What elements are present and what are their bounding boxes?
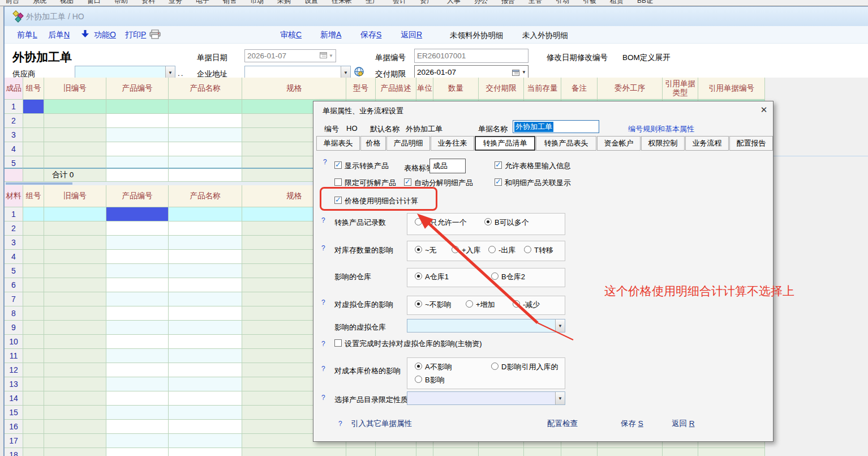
catalog-restrict-combobox[interactable]: ▼ (407, 391, 565, 405)
grid-cell[interactable] (44, 264, 106, 278)
tab-业务流程[interactable]: 业务流程 (685, 136, 729, 151)
grid-cell[interactable] (106, 156, 169, 168)
grid-cell[interactable] (23, 406, 44, 420)
radio-button[interactable] (488, 246, 496, 253)
tab-权限控制[interactable]: 权限控制 (641, 136, 685, 151)
grid-cell[interactable] (169, 363, 242, 377)
checkbox-和明细产品关联显示[interactable]: 和明细产品关联显示 (495, 178, 571, 188)
grid-cell[interactable] (44, 278, 106, 292)
grid-cell[interactable] (169, 349, 242, 363)
grid-cell[interactable] (106, 321, 169, 335)
help-icon[interactable]: ? (323, 158, 327, 166)
grid-cell[interactable] (106, 221, 169, 236)
grid-cell[interactable] (169, 420, 242, 434)
grid-cell[interactable] (169, 236, 242, 250)
row-number[interactable]: 3 (5, 128, 23, 142)
save-button[interactable]: 保存 S (621, 419, 643, 429)
grid-cell[interactable] (169, 448, 242, 456)
grid-cell[interactable] (346, 448, 376, 456)
row-number[interactable]: 4 (5, 250, 23, 264)
row-number[interactable]: 6 (5, 278, 23, 292)
grid-cell[interactable] (169, 391, 242, 406)
doc-name-input[interactable]: 外协加工单 (513, 120, 599, 133)
row-number[interactable]: 11 (5, 349, 23, 363)
radio-A不影响[interactable]: A不影响 (415, 362, 452, 372)
help-icon[interactable]: ? (321, 365, 325, 373)
radio--出库[interactable]: -出库 (488, 245, 515, 255)
grid-cell[interactable] (169, 156, 242, 168)
row-number[interactable]: 15 (5, 406, 23, 420)
grid-cell[interactable] (106, 335, 169, 349)
grid-cell[interactable] (44, 363, 106, 377)
row-number[interactable]: 4 (5, 142, 23, 156)
grid-cell[interactable] (169, 142, 242, 156)
checkbox-显示转换产品[interactable]: 显示转换产品 (334, 161, 389, 171)
grid-cell[interactable] (23, 321, 44, 335)
tab-转换产品表头[interactable]: 转换产品表头 (536, 136, 596, 151)
grid-cell[interactable] (106, 420, 169, 434)
tab-产品明细[interactable]: 产品明细 (386, 136, 430, 151)
checkbox-box[interactable] (404, 178, 411, 186)
row-number[interactable]: 18 (5, 448, 23, 456)
checkbox-允许表格里输入信息[interactable]: 允许表格里输入信息 (495, 161, 571, 171)
grid-cell[interactable] (106, 349, 169, 363)
grid-cell[interactable] (106, 434, 169, 448)
row-number[interactable]: 14 (5, 391, 23, 406)
row-number[interactable]: 5 (5, 264, 23, 278)
help-icon[interactable]: ? (321, 394, 325, 402)
grid-cell[interactable] (106, 363, 169, 377)
grid-cell[interactable] (44, 448, 106, 456)
h-scrollbar-thumb[interactable] (6, 182, 72, 185)
grid-cell[interactable] (44, 349, 106, 363)
grid-cell[interactable] (44, 236, 106, 250)
radio-button[interactable] (415, 246, 422, 253)
radio-~无[interactable]: ~无 (415, 245, 437, 255)
chevron-down-icon[interactable]: ▼ (555, 319, 565, 332)
grid-cell[interactable] (23, 306, 44, 321)
grid-cell[interactable] (44, 221, 106, 236)
help-icon[interactable]: ? (321, 299, 325, 306)
grid-cell[interactable] (561, 448, 598, 456)
grid-cell[interactable] (23, 278, 44, 292)
radio-button[interactable] (491, 363, 499, 370)
grid-cell[interactable] (106, 406, 169, 420)
grid-cell[interactable] (106, 207, 169, 221)
grid-cell[interactable] (598, 448, 663, 456)
grid-cell[interactable] (698, 448, 765, 456)
grid-cell[interactable] (106, 306, 169, 321)
grid-cell[interactable] (44, 434, 106, 448)
grid-cell[interactable] (23, 100, 44, 114)
grid-cell[interactable] (169, 434, 242, 448)
row-number[interactable]: 17 (5, 434, 23, 448)
grid-cell[interactable] (23, 236, 44, 250)
help-icon[interactable]: ? (321, 216, 325, 224)
grid-cell[interactable] (23, 420, 44, 434)
radio-B可以多个[interactable]: B可以多个 (484, 218, 529, 228)
virtual-warehouse-combobox[interactable]: ▼ (407, 319, 565, 333)
row-number[interactable]: 2 (5, 114, 23, 128)
grid-cell[interactable] (524, 448, 561, 456)
radio-button[interactable] (466, 300, 473, 308)
grid-cell[interactable] (44, 142, 106, 156)
grid-cell[interactable] (44, 156, 106, 168)
row-number[interactable]: 1 (5, 207, 23, 221)
grid-cell[interactable] (106, 142, 169, 156)
grid-cell[interactable] (169, 278, 242, 292)
grid-cell[interactable] (44, 128, 106, 142)
grid-cell[interactable] (23, 335, 44, 349)
row-number[interactable]: 2 (5, 221, 23, 236)
tab-业务往来[interactable]: 业务往来 (431, 136, 474, 151)
import-doc-props-button[interactable]: 引入其它单据属性 (351, 419, 412, 429)
grid-cell[interactable] (169, 221, 242, 236)
grid-cell[interactable] (169, 335, 242, 349)
help-icon[interactable]: ? (321, 244, 325, 252)
grid-cell[interactable] (106, 278, 169, 292)
grid-cell[interactable] (44, 377, 106, 391)
grid-cell[interactable] (23, 349, 44, 363)
row-number[interactable]: 7 (5, 292, 23, 306)
row-number[interactable]: 5 (5, 156, 23, 168)
radio-+增加[interactable]: +增加 (466, 300, 495, 310)
tab-单据表头[interactable]: 单据表头 (316, 136, 360, 151)
grid-cell[interactable] (44, 391, 106, 406)
grid-cell[interactable] (44, 335, 106, 349)
